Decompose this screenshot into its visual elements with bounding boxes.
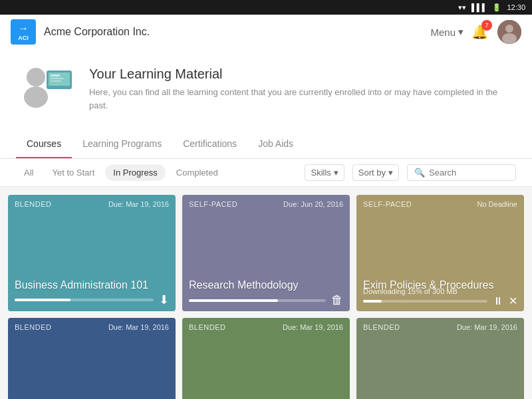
notification-badge: 7 xyxy=(481,20,492,31)
download-icon[interactable]: ⬇ xyxy=(159,293,169,307)
tabs: Courses Learning Programs Certifications… xyxy=(0,129,532,158)
sort-chevron-icon: ▾ xyxy=(388,168,393,178)
svg-point-4 xyxy=(24,86,48,108)
card-footer: 🗑 xyxy=(182,289,350,311)
pill-in-progress[interactable]: In Progress xyxy=(105,164,165,181)
menu-button[interactable]: Menu ▾ xyxy=(430,26,464,38)
close-icon[interactable]: ✕ xyxy=(509,295,517,307)
wifi-icon: ▾▾ xyxy=(458,3,466,12)
svg-point-3 xyxy=(27,68,45,86)
course-card-3[interactable]: SELF-PACED No Deadline Exim Policies & P… xyxy=(356,195,524,311)
course-card-6[interactable]: BLENDED Due: Mar 19, 2016 xyxy=(356,318,524,399)
svg-rect-8 xyxy=(51,78,64,79)
status-bar: ▾▾ ▌▌▌ 🔋 12:30 xyxy=(0,0,532,15)
search-input[interactable] xyxy=(429,168,509,178)
logo: → ACI xyxy=(11,19,36,45)
nav-icons: 🔔 7 xyxy=(471,20,521,44)
card-type: SELF-PACED xyxy=(363,200,412,208)
course-card-1[interactable]: BLENDED Due: Mar 19, 2016 Business Admin… xyxy=(8,195,176,311)
logo-arrow-icon: → xyxy=(18,23,29,35)
card-header: BLENDED Due: Mar 19, 2016 xyxy=(182,318,350,336)
card-type: BLENDED xyxy=(15,323,51,331)
tab-learning-programs[interactable]: Learning Programs xyxy=(72,129,172,158)
card-header: SELF-PACED No Deadline xyxy=(356,195,524,213)
course-card-2[interactable]: SELF-PACED Due: Jun 20, 2016 Research Me… xyxy=(182,195,350,311)
hero-description: Here, you can find all the learning cont… xyxy=(89,86,516,112)
hero-svg xyxy=(16,63,76,116)
hero-section: Your Learning Material Here, you can fin… xyxy=(0,49,532,129)
card-header: BLENDED Due: Mar 19, 2016 xyxy=(356,318,524,336)
tabs-container: Courses Learning Programs Certifications… xyxy=(0,129,532,159)
delete-icon[interactable]: 🗑 xyxy=(331,293,343,307)
top-nav: → ACI Acme Corporation Inc. Menu ▾ 🔔 7 xyxy=(0,15,532,49)
tab-certifications[interactable]: Certifications xyxy=(172,129,247,158)
hero-title: Your Learning Material xyxy=(89,66,516,82)
chevron-down-icon: ▾ xyxy=(458,26,464,38)
svg-rect-9 xyxy=(51,80,61,82)
card-due: No Deadline xyxy=(477,200,517,208)
card-footer: ⏸ ✕ xyxy=(356,291,524,311)
skills-chevron-icon: ▾ xyxy=(334,168,338,178)
svg-rect-7 xyxy=(51,74,60,76)
svg-point-2 xyxy=(502,33,517,44)
pause-icon[interactable]: ⏸ xyxy=(493,295,503,307)
card-due: Due: Mar 19, 2016 xyxy=(108,200,169,208)
search-box: 🔍 xyxy=(407,164,516,181)
tab-job-aids[interactable]: Job Aids xyxy=(247,129,304,158)
card-header: SELF-PACED Due: Jun 20, 2016 xyxy=(182,195,350,213)
hero-text: Your Learning Material Here, you can fin… xyxy=(89,66,516,112)
card-due: Due: Mar 19, 2016 xyxy=(108,323,169,331)
notification-button[interactable]: 🔔 7 xyxy=(471,24,488,40)
progress-bar xyxy=(189,299,326,302)
card-due: Due: Mar 19, 2016 xyxy=(283,323,343,331)
progress-bar xyxy=(363,300,487,303)
course-card-4[interactable]: BLENDED Due: Mar 19, 2016 xyxy=(8,318,176,399)
card-due: Due: Mar 19, 2016 xyxy=(457,323,517,331)
sort-by-label: Sort by xyxy=(358,168,386,178)
card-header: BLENDED Due: Mar 19, 2016 xyxy=(8,195,176,213)
avatar[interactable] xyxy=(497,20,521,44)
hero-illustration xyxy=(16,63,76,116)
sort-by-button[interactable]: Sort by ▾ xyxy=(352,164,399,181)
battery-icon: 🔋 xyxy=(492,3,501,12)
pill-all[interactable]: All xyxy=(16,164,41,181)
card-type: BLENDED xyxy=(189,323,225,331)
signal-icon: ▌▌▌ xyxy=(471,3,487,11)
card-footer: ⬇ xyxy=(8,289,176,311)
filter-right: Skills ▾ Sort by ▾ 🔍 xyxy=(305,164,516,181)
time-display: 12:30 xyxy=(507,3,525,11)
menu-label: Menu xyxy=(430,27,456,38)
skills-filter-button[interactable]: Skills ▾ xyxy=(305,164,344,181)
filter-pills: All Yet to Start In Progress Completed xyxy=(16,164,305,181)
card-due: Due: Jun 20, 2016 xyxy=(283,200,343,208)
card-type: BLENDED xyxy=(363,323,400,331)
skills-label: Skills xyxy=(311,168,331,178)
svg-point-1 xyxy=(505,25,513,33)
progress-bar xyxy=(15,299,154,301)
pill-completed[interactable]: Completed xyxy=(168,164,226,181)
filter-bar: All Yet to Start In Progress Completed S… xyxy=(0,159,532,187)
search-icon: 🔍 xyxy=(414,168,425,178)
card-type: SELF-PACED xyxy=(189,200,237,208)
card-type: BLENDED xyxy=(15,200,51,208)
tab-courses[interactable]: Courses xyxy=(16,129,72,158)
course-card-5[interactable]: BLENDED Due: Mar 19, 2016 xyxy=(182,318,350,399)
course-grid: BLENDED Due: Mar 19, 2016 Business Admin… xyxy=(0,187,532,399)
company-name: Acme Corporation Inc. xyxy=(44,26,422,38)
avatar-image xyxy=(497,20,521,44)
pill-yet-to-start[interactable]: Yet to Start xyxy=(44,164,102,181)
card-header: BLENDED Due: Mar 19, 2016 xyxy=(8,318,176,336)
logo-text: ACI xyxy=(18,35,29,41)
